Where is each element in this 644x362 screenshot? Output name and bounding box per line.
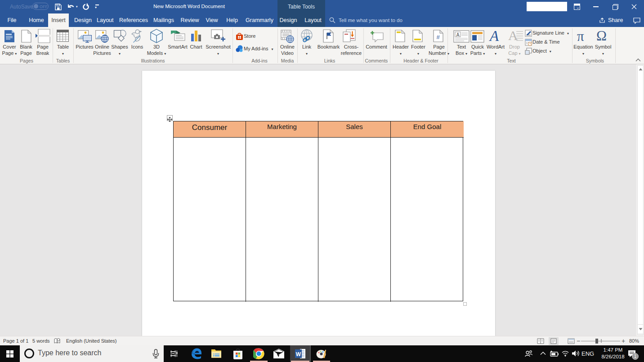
svg-text:A: A bbox=[456, 32, 460, 37]
svg-text:#: # bbox=[436, 34, 440, 40]
svg-text:W: W bbox=[296, 351, 301, 358]
